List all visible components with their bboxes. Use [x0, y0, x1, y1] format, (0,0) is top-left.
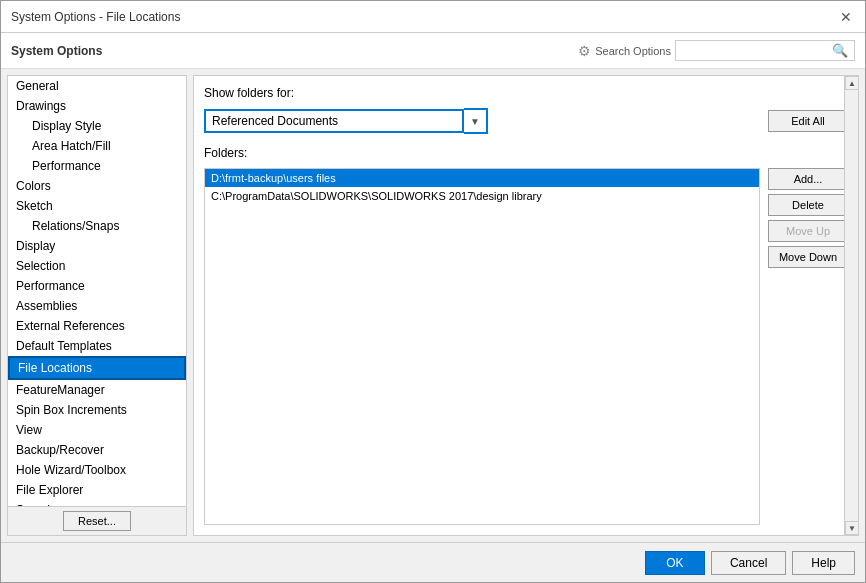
- add-button[interactable]: Add...: [768, 168, 848, 190]
- tree-scroll[interactable]: GeneralDrawingsDisplay StyleArea Hatch/F…: [8, 76, 186, 506]
- dialog-title: System Options - File Locations: [11, 10, 180, 24]
- toolbar-title: System Options: [11, 44, 102, 58]
- tree-item-spin-box[interactable]: Spin Box Increments: [8, 400, 186, 420]
- search-area: ⚙ Search Options 🔍: [578, 40, 855, 61]
- tree-item-display-style[interactable]: Display Style: [8, 116, 186, 136]
- folder-item[interactable]: C:\ProgramData\SOLIDWORKS\SOLIDWORKS 201…: [205, 187, 759, 205]
- search-input[interactable]: [682, 45, 828, 57]
- tree-item-general[interactable]: General: [8, 76, 186, 96]
- tree-item-hole-wizard[interactable]: Hole Wizard/Toolbox: [8, 460, 186, 480]
- tree-item-drawings[interactable]: Drawings: [8, 96, 186, 116]
- search-box: 🔍: [675, 40, 855, 61]
- search-options-label: Search Options: [595, 45, 671, 57]
- dropdown-container: Referenced DocumentsDocument TemplatesDe…: [204, 108, 488, 134]
- move-down-button[interactable]: Move Down: [768, 246, 848, 268]
- tree-item-performance-drawings[interactable]: Performance: [8, 156, 186, 176]
- tree-item-sketch[interactable]: Sketch: [8, 196, 186, 216]
- dialog: System Options - File Locations ✕ System…: [0, 0, 866, 583]
- reset-button[interactable]: Reset...: [63, 511, 131, 531]
- folders-list: D:\frmt-backup\users filesC:\ProgramData…: [204, 168, 760, 525]
- right-top: Show folders for: Referenced DocumentsDo…: [193, 75, 859, 536]
- tree-item-view[interactable]: View: [8, 420, 186, 440]
- tree-item-area-hatch[interactable]: Area Hatch/Fill: [8, 136, 186, 156]
- edit-all-button[interactable]: Edit All: [768, 110, 848, 132]
- tree-item-selection[interactable]: Selection: [8, 256, 186, 276]
- tree-item-colors[interactable]: Colors: [8, 176, 186, 196]
- tree-item-relations-snaps[interactable]: Relations/Snaps: [8, 216, 186, 236]
- show-folders-row: Show folders for:: [204, 86, 848, 100]
- gear-icon: ⚙: [578, 43, 591, 59]
- tree-item-backup-recover[interactable]: Backup/Recover: [8, 440, 186, 460]
- tree-item-file-explorer[interactable]: File Explorer: [8, 480, 186, 500]
- tree-item-default-templates[interactable]: Default Templates: [8, 336, 186, 356]
- cancel-button[interactable]: Cancel: [711, 551, 786, 575]
- tree-item-performance[interactable]: Performance: [8, 276, 186, 296]
- search-icon: 🔍: [832, 43, 848, 58]
- folder-item[interactable]: D:\frmt-backup\users files: [205, 169, 759, 187]
- scroll-up-arrow[interactable]: ▲: [845, 76, 859, 90]
- right-scrollbar[interactable]: ▲ ▼: [844, 76, 858, 535]
- close-button[interactable]: ✕: [837, 8, 855, 26]
- ok-button[interactable]: OK: [645, 551, 705, 575]
- tree-item-display[interactable]: Display: [8, 236, 186, 256]
- scroll-down-arrow[interactable]: ▼: [845, 521, 859, 535]
- reset-area: Reset...: [8, 506, 186, 535]
- content-area: GeneralDrawingsDisplay StyleArea Hatch/F…: [1, 69, 865, 542]
- right-panel: Show folders for: Referenced DocumentsDo…: [193, 75, 859, 536]
- move-up-button[interactable]: Move Up: [768, 220, 848, 242]
- footer: OK Cancel Help: [1, 542, 865, 582]
- show-folders-label: Show folders for:: [204, 86, 294, 100]
- dropdown-arrow-icon[interactable]: ▼: [464, 108, 488, 134]
- title-bar: System Options - File Locations ✕: [1, 1, 865, 33]
- tree-item-assemblies[interactable]: Assemblies: [8, 296, 186, 316]
- tree-item-feature-manager[interactable]: FeatureManager: [8, 380, 186, 400]
- delete-button[interactable]: Delete: [768, 194, 848, 216]
- folders-dropdown[interactable]: Referenced DocumentsDocument TemplatesDe…: [204, 109, 464, 133]
- help-button[interactable]: Help: [792, 551, 855, 575]
- toolbar: System Options ⚙ Search Options 🔍: [1, 33, 865, 69]
- tree-item-file-locations[interactable]: File Locations: [8, 356, 186, 380]
- tree-item-external-references[interactable]: External References: [8, 316, 186, 336]
- left-panel: GeneralDrawingsDisplay StyleArea Hatch/F…: [7, 75, 187, 536]
- folders-label: Folders:: [204, 146, 848, 160]
